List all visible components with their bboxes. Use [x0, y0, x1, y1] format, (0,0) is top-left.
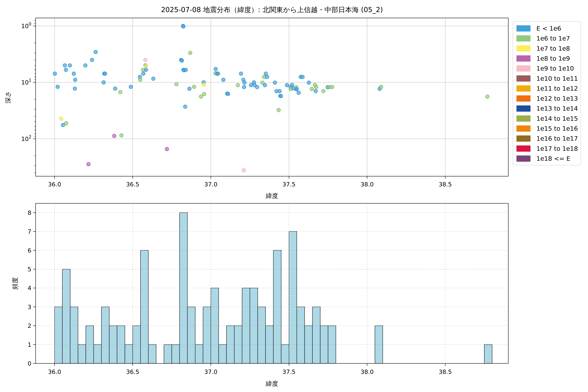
scatter-point: [188, 51, 192, 55]
scatter-point: [279, 94, 282, 98]
hist-bar: [70, 307, 78, 364]
legend-label: 1e13 to 1e14: [536, 105, 578, 112]
hist-bar: [54, 307, 62, 364]
scatter-point: [129, 85, 133, 89]
legend-swatch: [516, 65, 530, 72]
legend-label: E < 1e6: [536, 25, 561, 32]
legend-swatch: [516, 76, 530, 82]
axis-spine: [36, 18, 508, 176]
scatter-point: [255, 85, 259, 89]
scatter-point: [53, 72, 57, 76]
hist-bar: [117, 326, 125, 364]
hist-bar: [297, 307, 304, 364]
legend-label: 1e8 to 1e9: [536, 55, 570, 62]
hist-bar: [62, 269, 70, 364]
scatter-point: [330, 85, 334, 89]
scatter-point: [263, 83, 267, 87]
scatter-point: [113, 87, 117, 90]
scatter-point: [120, 134, 123, 137]
scatter-point: [214, 67, 218, 71]
scatter-point: [56, 85, 60, 89]
legend-swatch: [516, 55, 530, 62]
histogram-xlabel: 緯度: [266, 380, 278, 387]
hist-bar: [102, 307, 109, 364]
scatter-point: [242, 85, 246, 89]
legend-label: 1e16 to 1e17: [536, 135, 578, 142]
legend-swatch: [516, 46, 530, 52]
legend-swatch: [516, 146, 530, 152]
scatter-point: [322, 89, 325, 93]
scatter-point: [59, 117, 63, 120]
hist-bar: [133, 326, 140, 364]
scatter-point: [297, 91, 300, 94]
scatter-point: [112, 134, 116, 138]
hist-bar: [94, 345, 102, 364]
scatter-point: [87, 162, 90, 166]
legend-frame: [513, 22, 581, 165]
legend-label: 1e12 to 1e13: [536, 95, 578, 102]
hist-bar: [109, 326, 117, 364]
y-tick-label: 5: [28, 266, 31, 272]
scatter-point: [236, 83, 240, 87]
scatter-ylabel: 深さ: [4, 91, 12, 104]
scatter-point: [94, 50, 98, 54]
scatter-point: [243, 81, 246, 84]
scatter-point: [273, 81, 277, 84]
x-tick-label: 38.5: [439, 368, 452, 375]
legend-swatch: [516, 96, 530, 102]
x-tick-label: 38.0: [361, 368, 374, 375]
scatter-point: [182, 25, 185, 28]
y-tick-label: 0: [28, 360, 31, 367]
y-tick-label: 1: [28, 341, 31, 348]
y-tick-label: 7: [28, 228, 31, 235]
legend-label: 1e6 to 1e7: [536, 35, 570, 42]
hist-bar: [78, 345, 86, 364]
scatter-point: [310, 87, 314, 91]
y-tick-label: 2: [28, 322, 31, 329]
legend-label: 1e10 to 1e11: [536, 75, 578, 82]
scatter-point: [202, 83, 206, 86]
scatter-point: [118, 90, 122, 94]
scatter-point: [307, 81, 311, 84]
legend-swatch: [516, 136, 530, 142]
scatter-point: [64, 121, 68, 125]
scatter-point: [72, 72, 76, 76]
scatter-point: [314, 85, 318, 89]
scatter-point: [301, 75, 304, 79]
hist-bar: [195, 345, 203, 364]
scatter-point: [152, 77, 155, 80]
x-tick-label: 38.0: [361, 181, 374, 188]
scatter-point: [84, 64, 87, 67]
scatter-point: [290, 83, 294, 87]
x-tick-label: 36.0: [48, 368, 61, 375]
scatter-point: [222, 78, 225, 82]
y-tick-label: 100: [21, 22, 31, 30]
hist-bar: [140, 250, 148, 364]
scatter-point: [216, 72, 220, 76]
hist-bar: [203, 307, 211, 364]
scatter-point: [73, 78, 77, 82]
y-tick-label: 6: [28, 247, 31, 254]
scatter-point: [144, 58, 147, 62]
hist-bar: [219, 345, 226, 364]
scatter-point: [180, 59, 184, 62]
x-tick-label: 37.0: [204, 368, 218, 375]
scatter-point: [64, 68, 68, 72]
scatter-point: [249, 83, 253, 87]
scatter-point: [277, 108, 280, 112]
scatter-point: [199, 95, 203, 98]
hist-bar: [312, 307, 320, 364]
hist-bar: [258, 307, 266, 364]
scatter-point: [102, 80, 105, 84]
y-tick-label: 4: [28, 285, 31, 292]
scatter-point: [486, 95, 489, 98]
scatter-point: [73, 87, 76, 90]
legend-box: E < 1e61e6 to 1e71e7 to 1e81e8 to 1e91e9…: [513, 22, 581, 165]
legend-swatch: [516, 86, 530, 92]
hist-bar: [86, 326, 94, 364]
scatter-point: [295, 88, 298, 91]
scatter-point: [278, 89, 282, 93]
hist-bar: [172, 345, 180, 364]
histogram-ylabel: 頻度: [12, 277, 18, 290]
y-tick-label: 101: [21, 78, 31, 86]
